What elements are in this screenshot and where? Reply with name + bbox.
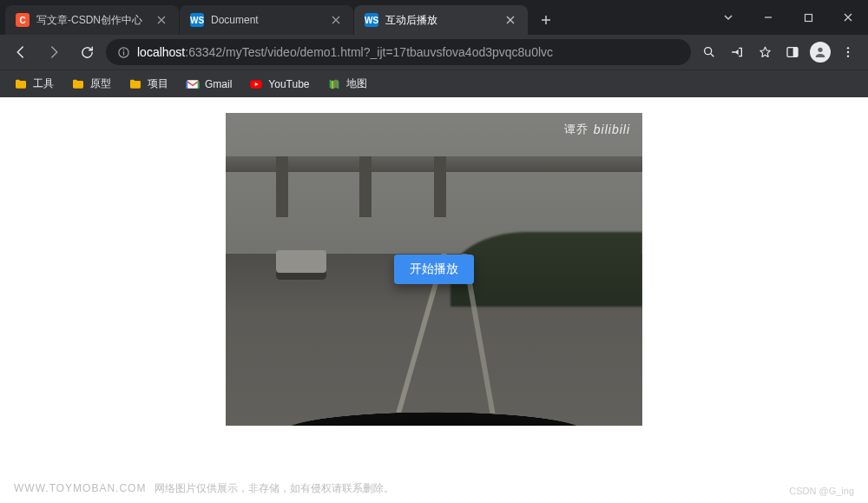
tab-title: 写文章-CSDN创作中心 <box>36 13 148 28</box>
svg-point-8 <box>847 47 849 49</box>
share-icon[interactable] <box>724 39 750 65</box>
bookmark-star-icon[interactable] <box>752 39 778 65</box>
tab-title: Document <box>211 14 322 26</box>
tab-csdn[interactable]: C 写文章-CSDN创作中心 <box>5 5 179 35</box>
profile-avatar[interactable] <box>807 39 833 65</box>
window-titlebar: C 写文章-CSDN创作中心 WS Document WS 互动后播放 <box>0 0 868 35</box>
page-content: 谭乔 bilibili 开始播放 <box>0 97 868 503</box>
svg-rect-2 <box>122 51 123 55</box>
close-icon[interactable] <box>329 13 343 27</box>
bookmark-youtube[interactable]: YouTube <box>242 74 316 95</box>
video-watermark: 谭乔 bilibili <box>564 122 630 137</box>
bookmark-label: YouTube <box>268 78 309 90</box>
close-icon[interactable] <box>503 13 517 27</box>
kebab-menu-icon[interactable] <box>835 39 861 65</box>
play-button[interactable]: 开始播放 <box>394 255 474 284</box>
youtube-icon <box>249 77 263 91</box>
caret-down-icon[interactable] <box>708 3 748 31</box>
watermark-author: 谭乔 <box>564 122 589 137</box>
svg-rect-6 <box>793 48 798 57</box>
bookmark-folder-proto[interactable]: 原型 <box>64 73 118 95</box>
folder-icon <box>128 77 142 91</box>
bookmark-label: 工具 <box>33 76 54 91</box>
back-button[interactable] <box>7 38 35 66</box>
webstorm-favicon: WS <box>190 13 204 27</box>
minimize-button[interactable] <box>748 3 788 31</box>
svg-point-7 <box>818 48 822 52</box>
bookmark-gmail[interactable]: Gmail <box>179 74 239 95</box>
window-close-button[interactable] <box>828 3 868 31</box>
zoom-icon[interactable] <box>696 39 722 65</box>
bookmark-folder-tools[interactable]: 工具 <box>7 73 61 95</box>
gmail-icon <box>186 77 200 91</box>
svg-point-9 <box>847 51 849 53</box>
url-text: localhost:63342/myTest/video/demo1.html?… <box>137 45 681 59</box>
bookmark-label: Gmail <box>205 78 232 90</box>
webstorm-favicon: WS <box>365 13 378 27</box>
svg-point-10 <box>847 55 849 56</box>
svg-rect-0 <box>805 14 812 21</box>
svg-rect-11 <box>187 80 198 88</box>
bookmark-label: 原型 <box>90 76 111 91</box>
maps-icon <box>327 77 341 91</box>
bookmark-folder-project[interactable]: 项目 <box>122 73 175 95</box>
side-panel-icon[interactable] <box>779 39 806 65</box>
tab-title: 互动后播放 <box>385 13 496 28</box>
maximize-button[interactable] <box>788 3 828 31</box>
site-info-icon[interactable] <box>116 45 130 59</box>
reload-button[interactable] <box>73 38 101 66</box>
browser-toolbar: localhost:63342/myTest/video/demo1.html?… <box>0 35 868 69</box>
video-player[interactable]: 谭乔 bilibili 开始播放 <box>226 113 642 426</box>
bookmark-label: 地图 <box>346 76 367 91</box>
svg-point-4 <box>705 48 712 55</box>
watermark-brand: bilibili <box>594 122 630 136</box>
toolbar-right <box>696 39 861 65</box>
address-bar[interactable]: localhost:63342/myTest/video/demo1.html?… <box>106 39 691 65</box>
tab-strip: C 写文章-CSDN创作中心 WS Document WS 互动后播放 <box>0 0 708 35</box>
tab-active[interactable]: WS 互动后播放 <box>354 5 528 35</box>
svg-rect-3 <box>122 49 123 50</box>
window-controls <box>708 0 868 35</box>
bookmark-maps[interactable]: 地图 <box>320 73 374 95</box>
new-tab-button[interactable] <box>534 8 558 32</box>
bookmarks-bar: 工具 原型 项目 Gmail YouTube 地图 <box>0 69 868 97</box>
forward-button[interactable] <box>40 38 68 66</box>
url-host: localhost <box>137 45 185 59</box>
tab-document[interactable]: WS Document <box>180 5 353 35</box>
folder-icon <box>71 77 85 91</box>
folder-icon <box>14 77 28 91</box>
csdn-favicon: C <box>16 13 30 27</box>
close-icon[interactable] <box>155 13 168 27</box>
bookmark-label: 项目 <box>148 76 168 91</box>
url-rest: :63342/myTest/video/demo1.html?_ijt=17tb… <box>185 45 553 59</box>
